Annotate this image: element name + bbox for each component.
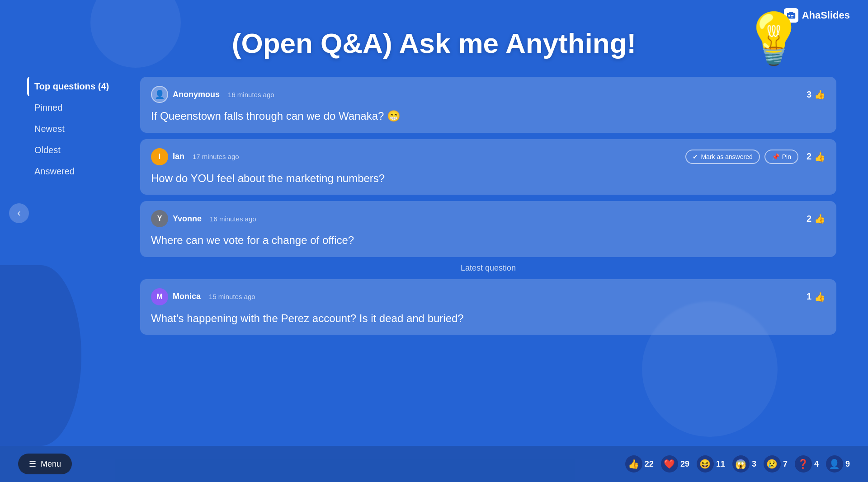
like-count-latest: 1 👍 xyxy=(803,291,826,302)
question-text-2: How do YOU feel about the marketing numb… xyxy=(151,171,826,186)
check-icon: ✔ xyxy=(693,153,698,160)
mark-answered-label: Mark as answered xyxy=(701,153,752,160)
menu-label: Menu xyxy=(41,459,61,469)
question-header-latest: M Monica 15 minutes ago 1 👍 xyxy=(151,288,826,305)
like-number-3: 2 xyxy=(807,214,811,224)
question-header-1: 👤 Anonymous 16 minutes ago 3 👍 xyxy=(151,86,826,103)
left-arrow-button[interactable]: ‹ xyxy=(9,203,29,223)
logo-text: AhaSlides xyxy=(802,9,850,21)
thumb-icon-3[interactable]: 👍 xyxy=(814,213,826,224)
sidebar-item-answered[interactable]: Answered xyxy=(27,162,131,181)
reaction-like-count: 22 xyxy=(645,459,654,469)
question-author-2: I Ian 17 minutes ago xyxy=(151,148,239,165)
reaction-heart-count: 29 xyxy=(680,459,689,469)
menu-button[interactable]: ☰ Menu xyxy=(18,454,72,474)
reaction-heart-icon: ❤️ xyxy=(661,455,678,473)
question-author-latest: M Monica 15 minutes ago xyxy=(151,288,255,305)
author-time-3: 16 minutes ago xyxy=(210,215,256,223)
sidebar-label-newest: Newest xyxy=(34,124,65,134)
menu-icon: ☰ xyxy=(29,459,36,469)
reaction-laugh[interactable]: 😆 11 xyxy=(697,455,725,473)
reaction-question-count: 4 xyxy=(814,459,819,469)
reactions-bar: 👍 22 ❤️ 29 😆 11 😱 3 😢 7 ❓ 4 👤 9 xyxy=(625,455,850,473)
page-title: (Open Q&A) Ask me Anything! xyxy=(0,27,868,59)
author-time-2: 17 minutes ago xyxy=(193,153,239,160)
author-name-1: Anonymous xyxy=(173,90,220,99)
sidebar-label-top-questions: Top questions (4) xyxy=(34,81,109,91)
question-author-3: Y Yvonne 16 minutes ago xyxy=(151,210,256,227)
sidebar-item-oldest[interactable]: Oldest xyxy=(27,140,131,160)
question-card-latest: M Monica 15 minutes ago 1 👍 What's happe… xyxy=(140,279,836,335)
sidebar-item-pinned[interactable]: Pinned xyxy=(27,98,131,117)
avatar-1: 👤 xyxy=(151,86,168,103)
sidebar: Top questions (4) Pinned Newest Oldest A… xyxy=(27,77,131,183)
question-text-1: If Queenstown falls through can we do Wa… xyxy=(151,108,826,124)
author-name-2: Ian xyxy=(173,152,184,161)
thumb-icon-2[interactable]: 👍 xyxy=(814,151,826,162)
author-time-1: 16 minutes ago xyxy=(228,91,274,98)
question-header-2: I Ian 17 minutes ago ✔ Mark as answered … xyxy=(151,148,826,165)
question-text-latest: What's happening with the Perez account?… xyxy=(151,311,826,326)
reaction-sad[interactable]: 😢 7 xyxy=(764,455,788,473)
author-name-latest: Monica xyxy=(173,292,201,301)
sidebar-label-pinned: Pinned xyxy=(34,103,62,112)
sidebar-item-newest[interactable]: Newest xyxy=(27,119,131,139)
avatar-3: Y xyxy=(151,210,168,227)
latest-separator: Latest question xyxy=(140,263,836,273)
like-number-1: 3 xyxy=(807,89,811,100)
reaction-laugh-icon: 😆 xyxy=(697,455,714,473)
mark-answered-button[interactable]: ✔ Mark as answered xyxy=(685,150,760,164)
reaction-users-icon: 👤 xyxy=(826,455,843,473)
sidebar-label-oldest: Oldest xyxy=(34,145,61,155)
like-number-2: 2 xyxy=(807,151,811,162)
reaction-users-count: 9 xyxy=(845,459,850,469)
questions-list[interactable]: 👤 Anonymous 16 minutes ago 3 👍 If Queens… xyxy=(140,77,841,441)
reaction-like[interactable]: 👍 22 xyxy=(625,455,654,473)
avatar-latest: M xyxy=(151,288,168,305)
reaction-shock-icon: 😱 xyxy=(732,455,750,473)
reaction-question[interactable]: ❓ 4 xyxy=(795,455,819,473)
like-count-2: 2 👍 xyxy=(803,151,826,162)
pin-label: Pin xyxy=(782,153,791,160)
reaction-shock-count: 3 xyxy=(752,459,756,469)
reaction-like-icon: 👍 xyxy=(625,455,642,473)
question-text-3: Where can we vote for a change of office… xyxy=(151,233,826,248)
question-actions-2: ✔ Mark as answered 📌 Pin 2 👍 xyxy=(685,150,826,164)
like-number-latest: 1 xyxy=(807,291,811,302)
reaction-users[interactable]: 👤 9 xyxy=(826,455,850,473)
pin-button[interactable]: 📌 Pin xyxy=(764,150,798,164)
reaction-laugh-count: 11 xyxy=(716,459,725,469)
reaction-sad-count: 7 xyxy=(783,459,788,469)
question-card-2: I Ian 17 minutes ago ✔ Mark as answered … xyxy=(140,139,836,195)
question-author-1: 👤 Anonymous 16 minutes ago xyxy=(151,86,274,103)
author-time-latest: 15 minutes ago xyxy=(209,293,255,300)
thumb-icon-latest[interactable]: 👍 xyxy=(814,291,826,302)
content-area: 👤 Anonymous 16 minutes ago 3 👍 If Queens… xyxy=(140,77,841,441)
reaction-sad-icon: 😢 xyxy=(764,455,781,473)
bg-wave-left xyxy=(0,265,81,446)
question-header-3: Y Yvonne 16 minutes ago 2 👍 xyxy=(151,210,826,227)
reaction-question-icon: ❓ xyxy=(795,455,812,473)
bottom-bar: ☰ Menu 👍 22 ❤️ 29 😆 11 😱 3 😢 7 ❓ 4 👤 xyxy=(0,446,868,482)
author-name-3: Yvonne xyxy=(173,214,202,224)
like-count-3: 2 👍 xyxy=(803,213,826,224)
like-count-1: 3 👍 xyxy=(803,89,826,100)
pin-icon: 📌 xyxy=(772,153,779,160)
reaction-shock[interactable]: 😱 3 xyxy=(732,455,756,473)
sidebar-item-top-questions[interactable]: Top questions (4) xyxy=(27,77,131,96)
sidebar-label-answered: Answered xyxy=(34,166,75,176)
reaction-heart[interactable]: ❤️ 29 xyxy=(661,455,689,473)
avatar-2: I xyxy=(151,148,168,165)
thumb-icon-1[interactable]: 👍 xyxy=(814,89,826,100)
question-card-1: 👤 Anonymous 16 minutes ago 3 👍 If Queens… xyxy=(140,77,836,133)
question-card-3: Y Yvonne 16 minutes ago 2 👍 Where can we… xyxy=(140,201,836,257)
